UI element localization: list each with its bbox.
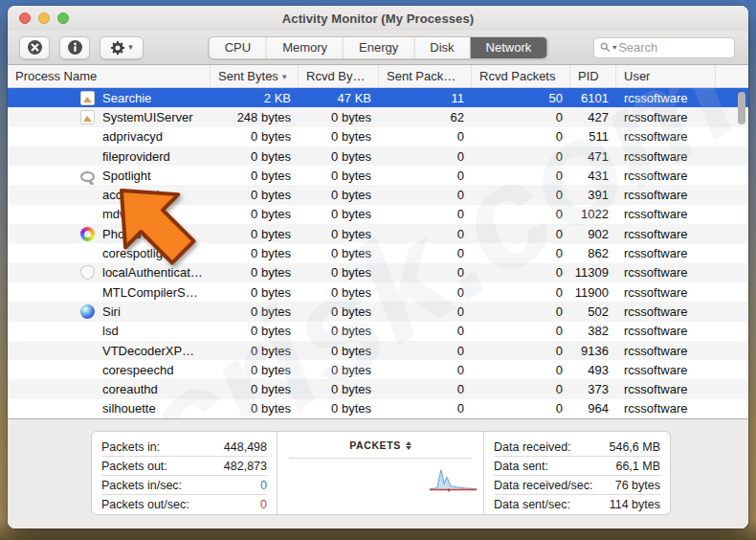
column-header-pid[interactable]: PID (570, 65, 616, 87)
settings-menu-button[interactable]: ▾ (100, 36, 144, 59)
cell-rcvd_bytes: 0 bytes (299, 243, 379, 262)
cell-rcvd_packets: 0 (472, 127, 570, 146)
cell-pid: 427 (570, 107, 616, 126)
cell-rcvd_bytes: 0 bytes (299, 263, 379, 282)
cell-filler (716, 282, 748, 302)
tab-memory[interactable]: Memory (267, 37, 344, 58)
cell-name: adprivacyd (8, 127, 211, 146)
sort-chevron-icon: ▾ (282, 72, 287, 81)
table-row[interactable]: adprivacyd0 bytes0 bytes00511rcssoftware (8, 127, 748, 146)
column-header-rcvd[interactable]: Rcvd By… (299, 65, 379, 87)
cell-sent_packets: 0 (379, 282, 472, 302)
table-row[interactable]: lsd0 bytes0 bytes00382rcssoftware (8, 322, 748, 341)
process-name-label: MTLCompilerService (102, 285, 203, 300)
table-row[interactable]: coreauthd0 bytes0 bytes00373rcssoftware (8, 379, 748, 398)
cell-pid: 1022 (570, 205, 616, 224)
search-field[interactable]: ▾ (593, 37, 735, 58)
graph-mode-selector[interactable]: PACKETS (278, 438, 483, 453)
cell-user: rcssoftware (616, 88, 716, 107)
column-header-rp[interactable]: Rcvd Packets (472, 65, 570, 87)
stat-value: 0 (260, 479, 267, 492)
table-row[interactable]: fileproviderd0 bytes0 bytes00471rcssoftw… (8, 146, 748, 166)
stat-label: Data received/sec: (494, 479, 593, 492)
cell-user: rcssoftware (616, 322, 716, 341)
footer-panel: Packets in:448,498Packets out:482,873Pac… (8, 418, 748, 529)
cell-user: rcssoftware (616, 282, 716, 302)
close-window-button[interactable] (19, 12, 31, 24)
cell-rcvd_packets: 0 (472, 146, 570, 166)
tab-network[interactable]: Network (471, 37, 547, 58)
spotlight-icon (80, 171, 95, 182)
packet-stat-row: Packets out:482,873 (101, 457, 267, 476)
cell-rcvd_bytes: 0 bytes (299, 224, 379, 243)
column-header-user[interactable]: User (616, 65, 716, 87)
cell-filler (716, 205, 748, 224)
table-row[interactable]: silhouette0 bytes0 bytes00964rcssoftware (8, 399, 748, 418)
table-row[interactable]: Searchie2 KB47 KB11506101rcssoftware (8, 88, 748, 107)
table-row[interactable]: corespeechd0 bytes0 bytes00493rcssoftwar… (8, 360, 748, 379)
cell-pid: 862 (570, 243, 616, 262)
cell-sent_packets: 0 (379, 243, 472, 262)
quit-process-button[interactable] (19, 36, 50, 59)
annotation-arrow-cursor (103, 172, 199, 273)
process-name-label: lsd (102, 324, 119, 338)
table-row[interactable]: VTDecoderXPCService0 bytes0 bytes009136r… (8, 341, 748, 360)
cell-sent_bytes: 0 bytes (211, 224, 299, 243)
cell-name: VTDecoderXPCService (8, 341, 211, 360)
cell-sent_bytes: 0 bytes (211, 282, 299, 302)
cell-sent_bytes: 0 bytes (211, 166, 299, 185)
cell-pid: 382 (570, 322, 616, 341)
cell-user: rcssoftware (616, 146, 716, 166)
cell-sent_packets: 0 (379, 127, 472, 146)
cell-rcvd_bytes: 0 bytes (299, 166, 379, 185)
tab-cpu[interactable]: CPU (210, 37, 267, 58)
tab-energy[interactable]: Energy (344, 37, 414, 58)
cell-user: rcssoftware (616, 205, 716, 224)
cell-filler (716, 322, 748, 341)
stat-value: 76 bytes (615, 479, 660, 492)
packet-stat-row: Packets out/sec:0 (101, 495, 267, 514)
doc-icon (80, 91, 95, 105)
table-row[interactable]: Siri0 bytes0 bytes00502rcssoftware (8, 302, 748, 321)
process-table: pcrisk.com Searchie2 KB47 KB11506101rcss… (8, 88, 748, 418)
cell-rcvd_bytes: 47 KB (299, 88, 379, 107)
stat-label: Packets out/sec: (101, 498, 189, 511)
cell-sent_packets: 0 (379, 379, 472, 398)
cell-filler (716, 185, 748, 204)
cell-rcvd_packets: 0 (472, 399, 570, 418)
search-scope-chevron-icon[interactable]: ▾ (612, 44, 616, 52)
table-row[interactable]: SystemUIServer248 bytes0 bytes620427rcss… (8, 107, 748, 126)
packets-mini-graph (430, 464, 478, 495)
cell-pid: 9136 (570, 341, 616, 360)
traffic-lights (19, 12, 69, 24)
title-bar[interactable]: Activity Monitor (My Processes) (8, 6, 748, 31)
cell-name: coreauthd (8, 379, 211, 398)
packet-stat-row: Packets in/sec:0 (101, 476, 267, 495)
cell-sent_bytes: 248 bytes (211, 107, 299, 126)
search-input[interactable] (618, 40, 728, 55)
view-tabs: CPUMemoryEnergyDiskNetwork (209, 36, 548, 59)
zoom-window-button[interactable] (57, 12, 69, 24)
cell-pid: 11900 (570, 282, 616, 302)
cell-rcvd_packets: 0 (472, 360, 570, 379)
data-stats: Data received:546,6 MBData sent:66,1 MBD… (484, 432, 670, 514)
cell-rcvd_bytes: 0 bytes (299, 302, 379, 321)
cell-rcvd_packets: 0 (472, 243, 570, 262)
process-name-label: Siri (102, 304, 121, 319)
column-header-sp[interactable]: Sent Pack… (379, 65, 472, 87)
scrollbar-thumb[interactable] (738, 92, 745, 124)
tab-disk[interactable]: Disk (414, 37, 470, 58)
cell-rcvd_packets: 0 (472, 322, 570, 341)
network-stats-box: Packets in:448,498Packets out:482,873Pac… (91, 431, 671, 515)
cell-rcvd_packets: 0 (472, 107, 570, 126)
inspect-process-button[interactable] (59, 36, 90, 59)
column-header-sent[interactable]: Sent Bytes▾ (211, 65, 299, 87)
cell-rcvd_packets: 0 (472, 205, 570, 224)
column-header-name[interactable]: Process Name (8, 65, 211, 87)
minimize-window-button[interactable] (38, 12, 50, 24)
data-stat-row: Data sent:66,1 MB (494, 457, 660, 476)
cell-user: rcssoftware (616, 302, 716, 321)
graph-panel: PACKETS (278, 432, 484, 514)
table-row[interactable]: MTLCompilerService0 bytes0 bytes0011900r… (8, 282, 748, 302)
cell-pid: 431 (570, 166, 616, 185)
